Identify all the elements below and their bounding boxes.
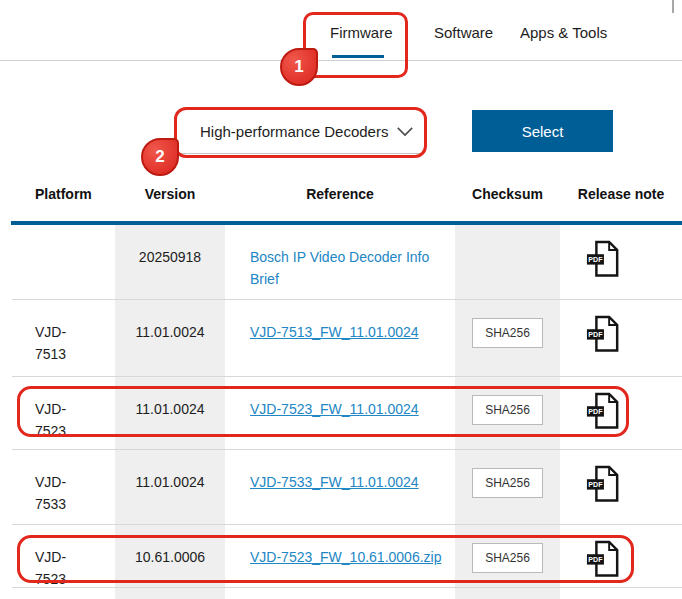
table-header: Platform Version Reference Checksum Rele… xyxy=(12,186,682,202)
sha256-button[interactable]: SHA256 xyxy=(472,318,543,348)
release-note-cell: PDF xyxy=(560,525,682,590)
release-note-cell: PDF xyxy=(560,225,682,299)
pdf-icon[interactable]: PDF xyxy=(586,464,620,502)
dropdown-selected-value: High-performance Decoders xyxy=(200,123,388,140)
active-tab-underline xyxy=(332,55,384,58)
table-body: 20250918 Bosch IP Video Decoder Info Bri… xyxy=(12,225,682,588)
reference-cell: VJD-7523_FW_11.01.0024 xyxy=(225,377,455,449)
svg-text:PDF: PDF xyxy=(588,256,603,264)
sha256-button[interactable]: SHA256 xyxy=(472,543,543,573)
pdf-icon[interactable]: PDF xyxy=(586,539,620,577)
checksum-cell: SHA256 xyxy=(455,377,560,449)
svg-text:PDF: PDF xyxy=(588,408,603,416)
reference-cell: VJD-7523_FW_10.61.0006.zip xyxy=(225,525,455,590)
column-header-checksum: Checksum xyxy=(455,186,560,202)
product-category-dropdown[interactable]: High-performance Decoders xyxy=(178,110,424,154)
release-note-cell: PDF xyxy=(560,450,682,524)
reference-link[interactable]: VJD-7513_FW_11.01.0024 xyxy=(250,324,419,340)
version-cell: 11.01.0024 xyxy=(115,300,225,376)
table-row: VJD-7533 11.01.0024 VJD-7533_FW_11.01.00… xyxy=(12,450,682,525)
sha256-button[interactable]: SHA256 xyxy=(472,468,543,498)
platform-cell: VJD-7523 xyxy=(12,525,115,590)
sha256-button[interactable]: SHA256 xyxy=(472,395,543,425)
release-note-cell: PDF xyxy=(560,377,682,449)
platform-cell: VJD-7523 xyxy=(12,377,115,449)
svg-text:PDF: PDF xyxy=(588,331,603,339)
platform-cell: VJD-7533 xyxy=(12,450,115,524)
column-header-reference: Reference xyxy=(225,186,455,202)
svg-text:PDF: PDF xyxy=(588,556,603,564)
pdf-icon[interactable]: PDF xyxy=(586,239,620,277)
annotation-box-firmware-tab xyxy=(303,12,408,78)
reference-cell: VJD-7513_FW_11.01.0024 xyxy=(225,300,455,376)
table-row: VJD-7513 11.01.0024 VJD-7513_FW_11.01.00… xyxy=(12,300,682,377)
chevron-down-icon xyxy=(396,126,414,137)
reference-link[interactable]: Bosch IP Video Decoder Info Brief xyxy=(250,249,429,287)
version-cell: 20250918 xyxy=(115,225,225,299)
tab-software[interactable]: Software xyxy=(434,24,493,41)
version-cell: 11.01.0024 xyxy=(115,450,225,524)
checksum-cell: SHA256 xyxy=(455,300,560,376)
tab-firmware[interactable]: Firmware xyxy=(330,24,393,41)
checksum-cell xyxy=(455,225,560,299)
select-button[interactable]: Select xyxy=(472,110,613,152)
reference-link[interactable]: VJD-7523_FW_11.01.0024 xyxy=(250,401,419,417)
checksum-cell: SHA256 xyxy=(455,525,560,590)
column-header-platform: Platform xyxy=(12,186,115,202)
reference-link[interactable]: VJD-7533_FW_11.01.0024 xyxy=(250,474,419,490)
tabbar-divider xyxy=(0,60,682,61)
step-1-badge: 1 xyxy=(280,48,318,86)
pdf-icon[interactable]: PDF xyxy=(586,314,620,352)
reference-link[interactable]: VJD-7523_FW_10.61.0006.zip xyxy=(250,549,441,565)
scrollbar-fragment xyxy=(672,0,674,13)
checksum-cell: SHA256 xyxy=(455,450,560,524)
reference-cell: VJD-7533_FW_11.01.0024 xyxy=(225,450,455,524)
tab-apps-and-tools[interactable]: Apps & Tools xyxy=(520,24,607,41)
column-header-version: Version xyxy=(115,186,225,202)
svg-text:PDF: PDF xyxy=(588,481,603,489)
firmware-download-page: Firmware Software Apps & Tools High-perf… xyxy=(0,0,682,599)
version-cell: 11.01.0024 xyxy=(115,377,225,449)
platform-cell: VJD-7513 xyxy=(12,300,115,376)
table-row: 20250918 Bosch IP Video Decoder Info Bri… xyxy=(12,225,682,300)
reference-cell: Bosch IP Video Decoder Info Brief xyxy=(225,225,455,299)
release-note-cell: PDF xyxy=(560,300,682,376)
column-header-release-note: Release note xyxy=(560,186,682,202)
version-cell: 10.61.0006 xyxy=(115,525,225,590)
table-row-highlighted: VJD-7523 10.61.0006 VJD-7523_FW_10.61.00… xyxy=(12,525,682,588)
platform-cell xyxy=(12,225,115,299)
pdf-icon[interactable]: PDF xyxy=(586,391,620,429)
step-2-badge: 2 xyxy=(141,138,179,176)
table-row-highlighted: VJD-7523 11.01.0024 VJD-7523_FW_11.01.00… xyxy=(12,377,682,450)
